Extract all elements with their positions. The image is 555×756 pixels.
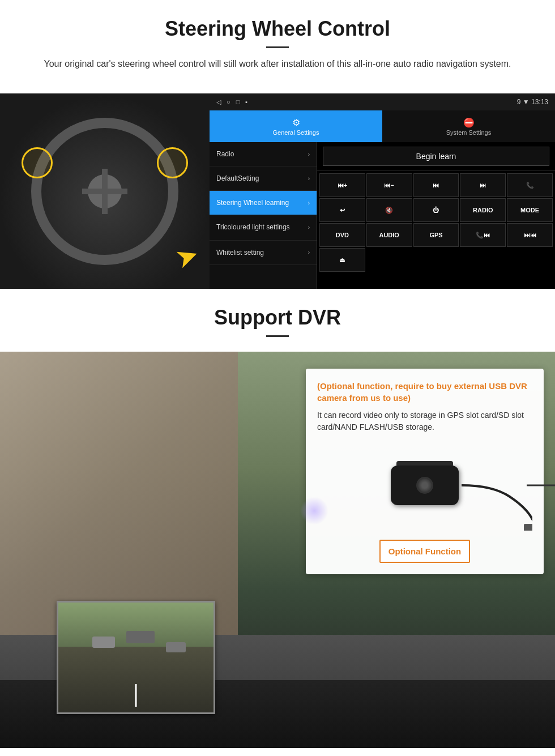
dvr-info-card: (Optional function, require to buy exter…	[306, 369, 544, 574]
dvr-background: (Optional function, require to buy exter…	[0, 352, 555, 748]
phone-icon: 📞	[526, 182, 534, 189]
wheel-spoke-v	[102, 169, 108, 214]
ctrl-icon: ⏭	[480, 182, 486, 189]
dvr-camera-image	[317, 440, 532, 531]
dvr-description: It can record video only to storage in G…	[317, 409, 532, 433]
menu-steering-label: Steering Wheel learning	[216, 199, 289, 207]
dvr-optional-notice: (Optional function, require to buy exter…	[317, 380, 532, 404]
ctrl-icon: ⏮−	[384, 182, 394, 189]
dvr-title: Support DVR	[23, 306, 532, 330]
ctrl-icon: 📞⏮	[476, 232, 490, 239]
camera-body	[391, 465, 459, 505]
ctrl-back[interactable]: ↩	[319, 198, 365, 222]
highlight-circle-right	[157, 147, 188, 178]
title-divider	[266, 46, 289, 48]
car-silhouette	[92, 637, 115, 648]
control-grid: ⏮+ ⏮− ⏮ ⏭ 📞 ↩	[317, 171, 555, 274]
chevron-right-icon: ›	[308, 176, 310, 182]
menu-item-tricoloured[interactable]: Tricoloured light settings ›	[210, 215, 317, 241]
ctrl-prev-minus[interactable]: ⏮−	[366, 173, 412, 197]
page-title: Steering Wheel Control	[23, 17, 532, 41]
highlight-circle-left	[22, 147, 53, 178]
ctrl-icon: ⏮+	[338, 182, 347, 189]
tab-system-label: System Settings	[446, 129, 491, 136]
statusbar-nav-icons: ◁ ○ □ ▪	[216, 99, 247, 106]
road-scene: (Optional function, require to buy exter…	[0, 352, 555, 748]
car-silhouette	[166, 642, 186, 652]
android-ui-panel: ◁ ○ □ ▪ 9 ▼ 13:13 ⚙ General Settings ⛔ S…	[210, 93, 555, 289]
system-icon: ⛔	[463, 117, 475, 128]
ctrl-icon: DVD	[336, 232, 349, 238]
tab-system-settings[interactable]: ⛔ System Settings	[382, 110, 555, 142]
ctrl-audio[interactable]: AUDIO	[366, 223, 412, 247]
dvr-title-divider	[266, 335, 289, 337]
dvr-inset-screenshot	[57, 601, 215, 714]
dvr-title-area: Support DVR	[0, 289, 555, 352]
android-body: Radio › DefaultSetting › Steering Wheel …	[210, 142, 555, 289]
ctrl-icon: ⏭⏮	[524, 232, 536, 238]
ctrl-power[interactable]: ⏻	[413, 198, 459, 222]
ctrl-next[interactable]: ⏭	[460, 173, 506, 197]
settings-icon: ⚙	[292, 117, 300, 128]
car-silhouette	[126, 631, 155, 643]
menu-item-radio[interactable]: Radio ›	[210, 142, 317, 166]
home-icon[interactable]: ○	[227, 99, 230, 105]
dvr-section: Support DVR (Optional function, requ	[0, 289, 555, 748]
ctrl-phone[interactable]: 📞	[507, 173, 553, 197]
steering-section: Steering Wheel Control Your original car…	[0, 0, 555, 93]
tab-general-settings[interactable]: ⚙ General Settings	[210, 110, 382, 142]
ctrl-radio[interactable]: RADIO	[460, 198, 506, 222]
chevron-right-icon: ›	[308, 200, 310, 206]
chevron-right-icon: ›	[308, 151, 310, 157]
wheel-outer	[31, 118, 178, 265]
optional-function-button[interactable]: Optional Function	[379, 540, 470, 563]
ctrl-dvd[interactable]: DVD	[319, 223, 365, 247]
menu-default-label: DefaultSetting	[216, 174, 259, 182]
dvr-road-line	[135, 684, 137, 707]
arrow-yellow-icon: ➤	[171, 237, 203, 275]
chevron-right-icon: ›	[308, 249, 310, 255]
menu-item-steering[interactable]: Steering Wheel learning ›	[210, 191, 317, 215]
ctrl-eject[interactable]: ⏏	[319, 248, 365, 272]
mute-icon: 🔇	[385, 207, 393, 214]
power-icon: ⏻	[433, 207, 439, 213]
section-subtitle: Your original car's steering wheel contr…	[34, 57, 521, 71]
ctrl-icon: AUDIO	[379, 232, 399, 238]
back-icon[interactable]: ◁	[216, 99, 221, 106]
menu-radio-label: Radio	[216, 150, 234, 158]
status-time: 9 ▼ 13:13	[517, 98, 548, 106]
menu-tricoloured-label: Tricoloured light settings	[216, 223, 290, 232]
ctrl-mute[interactable]: 🔇	[366, 198, 412, 222]
chevron-right-icon: ›	[308, 224, 310, 231]
ctrl-gps[interactable]: GPS	[413, 223, 459, 247]
ctrl-icon: MODE	[520, 207, 539, 213]
svg-rect-0	[524, 524, 532, 531]
android-tabs: ⚙ General Settings ⛔ System Settings	[210, 110, 555, 142]
ctrl-icon: ↩	[340, 207, 345, 214]
usb-cable	[527, 485, 555, 486]
menu-item-whitelist[interactable]: Whitelist setting ›	[210, 241, 317, 265]
steering-content-area: ➤ ◁ ○ □ ▪ 9 ▼ 13:13 ⚙ General Settings ⛔…	[0, 93, 555, 289]
menu-item-default[interactable]: DefaultSetting ›	[210, 166, 317, 191]
ctrl-mode[interactable]: MODE	[507, 198, 553, 222]
menu-icon[interactable]: ▪	[245, 99, 247, 105]
menu-whitelist-label: Whitelist setting	[216, 249, 264, 257]
recents-icon[interactable]: □	[236, 99, 240, 105]
ctrl-prev[interactable]: ⏮	[413, 173, 459, 197]
light-effect	[300, 497, 328, 525]
begin-learn-row: Begin learn	[317, 142, 555, 171]
camera-lens	[416, 477, 433, 494]
ctrl-phone-prev[interactable]: 📞⏮	[460, 223, 506, 247]
menu-list: Radio › DefaultSetting › Steering Wheel …	[210, 142, 317, 289]
steering-wheel-image: ➤	[0, 93, 210, 289]
eject-icon: ⏏	[339, 257, 345, 264]
tab-general-label: General Settings	[273, 129, 319, 136]
camera-fin	[396, 461, 453, 465]
begin-learn-button[interactable]: Begin learn	[323, 147, 549, 166]
ctrl-next-prev[interactable]: ⏭⏮	[507, 223, 553, 247]
android-statusbar: ◁ ○ □ ▪ 9 ▼ 13:13	[210, 93, 555, 110]
ctrl-prev-plus[interactable]: ⏮+	[319, 173, 365, 197]
ctrl-icon: ⏮	[433, 182, 439, 189]
steering-wheel-sim: ➤	[0, 93, 210, 289]
ctrl-icon: RADIO	[473, 207, 493, 213]
